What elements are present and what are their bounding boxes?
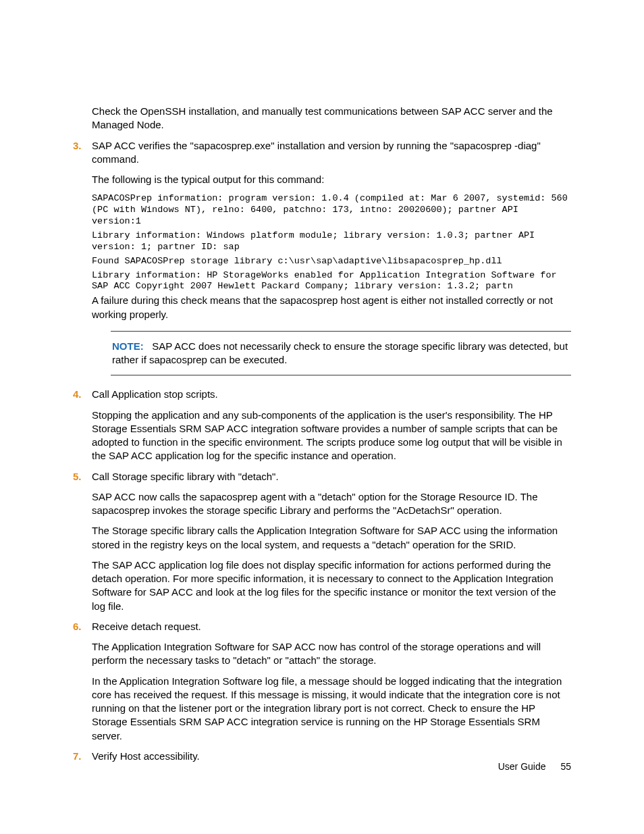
body-text: SAP ACC verifies the "sapacosprep.exe" i…: [92, 139, 571, 167]
step-marker: 7.: [73, 750, 82, 763]
code-output: Library information: HP StorageWorks ena…: [92, 270, 571, 293]
footer-page-number: 55: [560, 761, 571, 772]
body-text: A failure during this check means that t…: [92, 294, 571, 321]
step-5: 5. Call Storage specific library with "d…: [73, 470, 571, 613]
body-text: The Application Integration Software for…: [92, 640, 571, 668]
body-text: Call Storage specific library with "deta…: [92, 470, 571, 484]
ordered-steps: 3. SAP ACC verifies the "sapacosprep.exe…: [73, 139, 571, 764]
step-marker: 5.: [73, 470, 82, 484]
body-text: SAP ACC now calls the sapacosprep agent …: [92, 490, 571, 518]
page-container: Check the OpenSSH installation, and manu…: [0, 0, 644, 834]
body-text: The Storage specific library calls the A…: [92, 524, 571, 552]
code-output: Found SAPACOSPrep storage library c:\usr…: [92, 256, 571, 267]
note-box: NOTE: SAP ACC does not necessarily check…: [111, 331, 571, 376]
step-7: 7. Verify Host accessibility.: [73, 750, 571, 763]
body-text: The following is the typical output for …: [92, 173, 571, 186]
step-marker: 4.: [73, 388, 82, 401]
footer-title: User Guide: [498, 761, 546, 772]
note-body-text: SAP ACC does not necessarily check to en…: [112, 340, 568, 365]
step-4: 4. Call Application stop scripts. Stoppi…: [73, 388, 571, 463]
note-label: NOTE:: [112, 340, 144, 352]
code-output: Library information: Windows platform mo…: [92, 230, 571, 253]
code-output: SAPACOSPrep information: program version…: [92, 193, 571, 228]
step-3: 3. SAP ACC verifies the "sapacosprep.exe…: [73, 139, 571, 376]
body-text: Receive detach request.: [92, 620, 571, 633]
note-body: [146, 340, 152, 352]
intro-paragraph: Check the OpenSSH installation, and manu…: [92, 105, 571, 132]
body-text: The SAP ACC application log file does no…: [92, 558, 571, 613]
step-marker: 3.: [73, 139, 82, 153]
page-footer: User Guide 55: [498, 760, 571, 773]
body-text: In the Application Integration Software …: [92, 675, 571, 743]
step-marker: 6.: [73, 620, 82, 633]
body-text: Call Application stop scripts.: [92, 388, 571, 401]
body-text: Stopping the application and any sub-com…: [92, 409, 571, 463]
step-6: 6. Receive detach request. The Applicati…: [73, 620, 571, 743]
